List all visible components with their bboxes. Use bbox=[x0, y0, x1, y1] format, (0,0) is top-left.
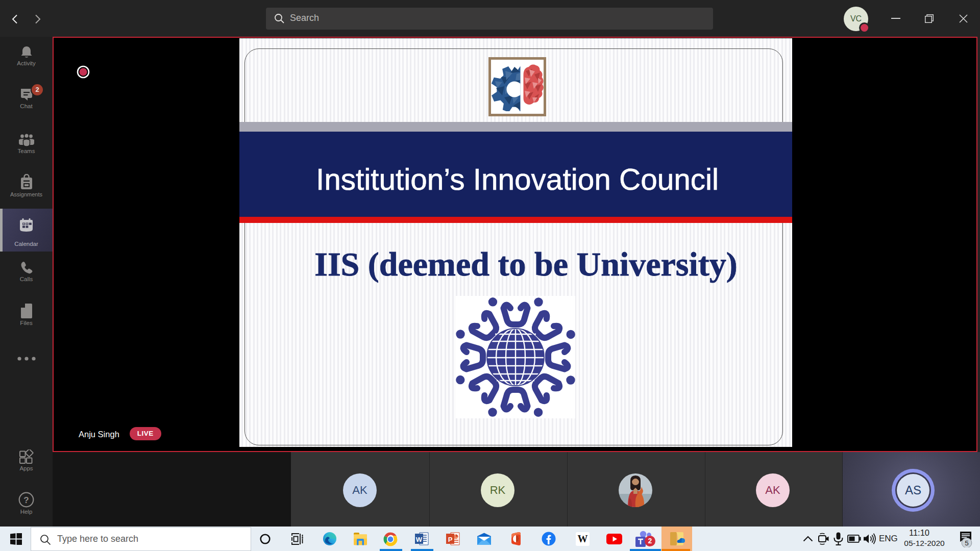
svg-text:W: W bbox=[416, 536, 423, 543]
svg-text:?: ? bbox=[23, 495, 29, 505]
svg-text:5: 5 bbox=[965, 539, 969, 547]
svg-text:P: P bbox=[448, 536, 453, 543]
